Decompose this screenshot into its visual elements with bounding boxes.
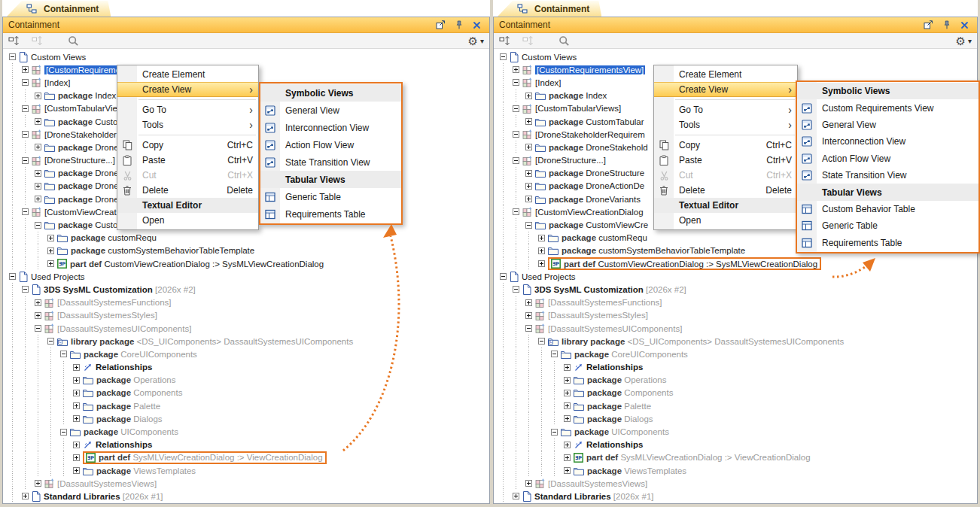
collapse-toggle[interactable] (497, 53, 510, 60)
collapse-toggle[interactable] (32, 222, 44, 229)
expand-toggle[interactable] (561, 415, 574, 422)
collapse-toggle[interactable] (510, 157, 522, 164)
collapse-toggle[interactable] (510, 131, 522, 138)
submenu-item-general-view[interactable]: General View (797, 117, 978, 133)
expand-toggle[interactable] (19, 493, 32, 499)
expand-toggle[interactable] (510, 493, 522, 499)
collapse-toggle[interactable] (19, 208, 32, 215)
tree-row[interactable]: Custom Views (494, 50, 977, 63)
tree-row[interactable]: package CoreUIComponents (3, 348, 489, 360)
tree-row[interactable]: ƎPpart def SysMLViewCreationDialog :> Vi… (3, 451, 489, 464)
collapse-toggle[interactable] (44, 338, 57, 345)
menu-item-create-view[interactable]: Create View› (117, 82, 258, 97)
float-button[interactable] (436, 20, 449, 29)
expand-toggle[interactable] (522, 170, 535, 177)
expand-toggle[interactable] (70, 402, 83, 409)
tree-row[interactable]: [DassaultSystemesUIComponents] (494, 322, 977, 335)
submenu-item-generic-table[interactable]: Generic Table (260, 188, 401, 205)
menu-item-create-view[interactable]: Create View› (654, 82, 797, 97)
tree-row[interactable]: package ViewsTemplates (494, 464, 977, 477)
expand-toggle[interactable] (561, 377, 574, 384)
expand-toggle[interactable] (522, 144, 535, 150)
expand-toggle[interactable] (32, 196, 44, 202)
tree-row[interactable]: package Components (3, 387, 489, 399)
expand-toggle[interactable] (522, 480, 535, 487)
menu-item-delete[interactable]: DeleteDelete (117, 183, 258, 198)
tree-row[interactable]: package UIComponents (494, 425, 977, 438)
tree-row[interactable]: package customRequ (3, 232, 489, 244)
tree-row[interactable]: [DassaultSystemesUIComponents] (3, 322, 489, 335)
expand-toggle[interactable] (32, 144, 44, 150)
tree-row[interactable]: Used Projects (494, 270, 977, 283)
expand-toggle[interactable] (535, 247, 548, 254)
submenu-item-requirements-table[interactable]: Requirements Table (797, 235, 978, 251)
collapse-toggle[interactable] (510, 105, 522, 112)
close-button[interactable] (473, 21, 484, 29)
submenu-item-interconnection-view[interactable]: Interconnection View (797, 133, 978, 150)
tree-row[interactable]: ƎPpart def CustomViewCreationDialog :> S… (494, 257, 977, 270)
panel-options[interactable]: ⚙▾ (956, 35, 972, 47)
tree-row[interactable]: Relationships (3, 361, 489, 374)
pin-button[interactable] (455, 20, 466, 29)
menu-item-create-element[interactable]: Create Element (117, 67, 258, 82)
expand-toggle[interactable] (522, 312, 535, 319)
submenu-item-custom-requirements-view[interactable]: Custom Requirements View (797, 99, 978, 116)
tree-row[interactable]: [DassaultSystemesViews] (494, 477, 977, 490)
menu-item-tools[interactable]: Tools› (654, 117, 797, 132)
expand-toggle[interactable] (32, 299, 44, 306)
submenu-item-state-transition-view[interactable]: State Transition View (797, 167, 978, 184)
collapse-toggle[interactable] (510, 208, 522, 215)
expand-toggle[interactable] (522, 299, 535, 306)
collapse-toggle[interactable] (522, 325, 535, 332)
expand-toggle[interactable] (70, 415, 83, 422)
submenu-item-custom-behavior-table[interactable]: Custom Behavior Table (797, 201, 978, 217)
collapse-toggle[interactable] (548, 429, 561, 436)
expand-toggle[interactable] (70, 364, 83, 371)
submenu-item-generic-table[interactable]: Generic Table (797, 217, 978, 234)
tree-row[interactable]: package Operations (494, 374, 977, 387)
menu-item-tools[interactable]: Tools› (117, 117, 258, 132)
tree-row[interactable]: 3DS SysML Customization [2026x #2] (494, 283, 977, 296)
tree-row[interactable]: [DassaultSystemesFunctions] (3, 296, 489, 309)
tree-row[interactable]: package Components (494, 387, 977, 399)
expand-toggle[interactable] (561, 442, 574, 448)
expand-toggle[interactable] (70, 442, 83, 448)
menu-item-open[interactable]: Open (117, 213, 258, 228)
collapse-toggle[interactable] (19, 131, 32, 138)
tree-row[interactable]: package customSystemBehaviorTableTemplat… (3, 244, 489, 257)
collapse-toggle[interactable] (548, 351, 561, 357)
tree-row[interactable]: Llibrary package <DS_UIComponents> Dassa… (3, 335, 489, 348)
expand-toggle[interactable] (44, 235, 57, 241)
collapse-toggle[interactable] (522, 222, 535, 229)
expand-toggle[interactable] (19, 66, 32, 73)
menu-item-copy[interactable]: CopyCtrl+C (117, 138, 258, 153)
menu-item-delete[interactable]: DeleteDelete (654, 183, 797, 198)
tree-row[interactable]: Llibrary package <DS_UIComponents> Dassa… (494, 335, 977, 348)
expand-toggle[interactable] (561, 467, 574, 474)
tree-row[interactable]: package Operations (3, 374, 489, 387)
expand-toggle[interactable] (44, 260, 57, 267)
menu-item-textual-editor[interactable]: Textual Editor (117, 198, 258, 213)
menu-item-go-to[interactable]: Go To› (117, 102, 258, 117)
submenu-item-general-view[interactable]: General View (260, 102, 401, 119)
menu-item-paste[interactable]: PasteCtrl+V (654, 153, 797, 168)
collapse-toggle[interactable] (57, 429, 70, 436)
submenu-item-interconnection-view[interactable]: Interconnection View (260, 119, 401, 136)
expand-toggle[interactable] (32, 93, 44, 99)
collapse-toggle[interactable] (57, 351, 70, 357)
collapse-toggle[interactable] (6, 273, 19, 280)
expand-toggle[interactable] (32, 170, 44, 177)
tree-row[interactable]: package Palette (3, 399, 489, 412)
tree-row[interactable]: Custom Views (3, 50, 489, 63)
search-button[interactable] (558, 35, 573, 47)
collapse-toggle[interactable] (535, 338, 548, 345)
tree-row[interactable]: package Dialogs (3, 412, 489, 425)
tree-row[interactable]: Standard Libraries [2026x #1] (494, 490, 977, 502)
expand-toggle[interactable] (522, 118, 535, 125)
collapse-toggle[interactable] (19, 157, 32, 164)
tree-row[interactable]: package ViewsTemplates (3, 464, 489, 477)
collapse-toggle[interactable] (32, 325, 44, 332)
expand-toggle[interactable] (535, 260, 548, 267)
menu-item-go-to[interactable]: Go To› (654, 102, 797, 117)
tree-row[interactable]: Standard Libraries [2026x #1] (3, 490, 489, 502)
